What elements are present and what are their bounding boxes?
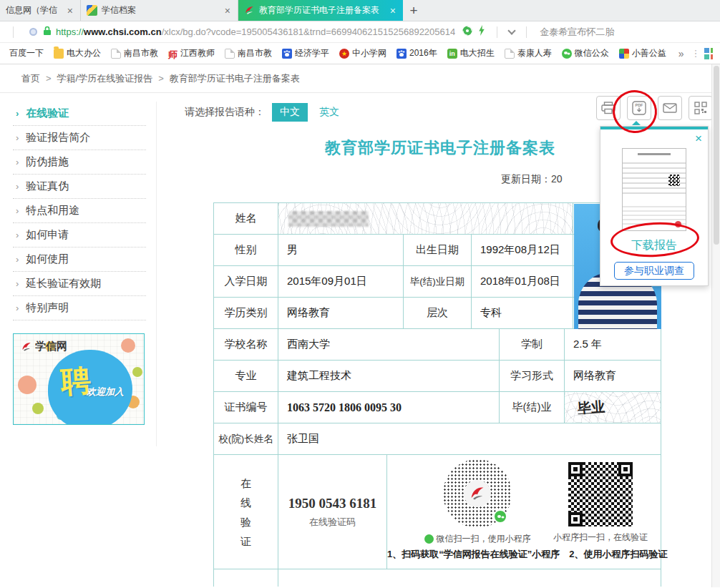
table-row-cert-gradstatus: 证书编号 1063 5720 1806 0095 30 毕(结)业 毕业 [214, 392, 661, 423]
sidebar-item-label: 防伪措施 [26, 155, 69, 169]
sidebar-item-anti-fake[interactable]: ›防伪措施 [13, 150, 146, 175]
charity-icon [619, 49, 629, 59]
tab-2[interactable]: 学信档案 × [81, 0, 238, 21]
print-button[interactable] [596, 96, 621, 120]
sidebar-item-online-verify[interactable]: ›在线验证 [13, 102, 146, 126]
hot-search-suggestion[interactable]: 金泰希宣布怀二胎 [540, 26, 614, 39]
breadcrumb-reports[interactable]: 学籍/学历在线验证报告 [57, 72, 153, 85]
sidebar-item-extend-validity[interactable]: ›延长验证有效期 [13, 272, 146, 296]
email-button[interactable] [658, 96, 682, 120]
banner-dot [132, 367, 142, 377]
close-icon[interactable]: × [223, 5, 232, 16]
field-label: 专业 [214, 361, 278, 391]
field-label: 校(院)长姓名 [214, 423, 278, 454]
banner-brand: 学信网 [21, 340, 67, 353]
close-icon[interactable]: × [389, 5, 397, 16]
field-label: 毕(结)业日期 [404, 266, 472, 297]
bookmark-jxjs[interactable]: 师江西教师 [163, 47, 220, 59]
page-icon [111, 49, 121, 59]
verify-code-cell: 1950 0543 6181 在线验证码 [278, 455, 387, 569]
field-label: 证书编号 [214, 392, 278, 423]
page-icon [505, 49, 515, 59]
bookmark-xsgy[interactable]: 小善公益 [614, 47, 671, 59]
site-info-icon[interactable] [29, 28, 37, 36]
chevron-right-icon: › [16, 132, 19, 143]
field-label: 出生日期 [404, 235, 472, 265]
qr-zone: 微信扫一扫，使用小程序 小程序扫一扫，在线验证 1、扫码获取“学信 [387, 455, 661, 569]
bookmarks-overflow-chevron[interactable]: » [674, 48, 689, 59]
tab-title: 学信档案 [102, 4, 219, 16]
bookmark-jjxp[interactable]: 经济学平 [277, 47, 334, 59]
field-label: 性别 [214, 235, 278, 265]
chevron-right-icon: › [16, 303, 19, 313]
sidebar-item-how-apply[interactable]: ›如何申请 [13, 223, 146, 248]
sidebar-item-features[interactable]: ›特点和用途 [13, 199, 146, 223]
sidebar-item-how-use[interactable]: ›如何使用 [13, 248, 146, 272]
field-label: 学制 [500, 329, 565, 360]
teacher-icon: 师 [168, 49, 177, 59]
lightning-icon[interactable] [478, 25, 485, 39]
main-content: 请选择报告语种： 中文 英文 PDF 教育部学历证书电子注册备案表 更新日期：2… [172, 93, 720, 587]
bookmark-label: 电大招生 [460, 47, 495, 59]
sidebar-item-special-note[interactable]: ›特别声明 [13, 296, 146, 320]
tab-bar: 信息网（学信 × 学信档案 × 教育部学历证书电子注册备案表 × + [0, 0, 720, 21]
field-value: 2.5 年 [565, 329, 661, 360]
sidebar-item-label: 验证真伪 [26, 180, 69, 193]
bookmark-ddbg[interactable]: 电大办公 [49, 47, 106, 59]
recruit-banner[interactable]: 聘 欢迎加入 学信网 [13, 333, 145, 425]
lock-icon [43, 26, 52, 39]
bookmark-zxxw[interactable]: ★中小学网 [334, 47, 391, 59]
divider [526, 26, 527, 38]
url-path: /xlcx/bg.do?vcode=195005436181&trnd=6699… [162, 26, 456, 37]
report-table: 姓名 性别 男 出生日期 1992年08月12日 入学日期 2015年09月01… [213, 202, 661, 587]
verification-steps: 1、扫码获取“学信网报告在线验证”小程序 2、使用小程序扫码验证 [387, 548, 661, 561]
lang-zh-button[interactable]: 中文 [272, 103, 308, 122]
tab-3-active[interactable]: 教育部学历证书电子注册备案表 × [238, 0, 403, 21]
new-tab-button[interactable]: + [403, 0, 424, 21]
career-survey-button[interactable]: 参与职业调查 [614, 262, 694, 280]
field-value: 专科 [472, 298, 573, 328]
page-icon [225, 49, 235, 59]
banner-dot [121, 338, 135, 353]
banner-dot [32, 403, 44, 414]
field-value-cert-no: 1063 5720 1806 0095 30 [278, 392, 500, 423]
sidebar-item-report-intro[interactable]: ›验证报告简介 [13, 126, 146, 150]
wechat-mini-icon [424, 534, 434, 544]
qr-position-marker [568, 462, 583, 476]
qrcode-button[interactable] [689, 96, 713, 120]
field-label: 姓名 [214, 203, 278, 234]
breadcrumb-home[interactable]: 首页 [21, 72, 40, 85]
download-report-link[interactable]: 下载报告 [600, 238, 708, 253]
bookmark-baidu[interactable]: 百度一下 [4, 47, 49, 59]
tab-1[interactable]: 信息网（学信 × [0, 0, 81, 21]
sidebar-item-verify-auth[interactable]: ›验证真伪 [13, 175, 146, 199]
lang-en-link[interactable]: 英文 [319, 106, 339, 119]
bookmark-ddzs[interactable]: in电大招生 [442, 47, 500, 59]
chevron-right-icon: › [16, 278, 19, 289]
scrollbar-thumb[interactable] [714, 66, 719, 245]
close-icon[interactable]: × [66, 5, 74, 16]
bookmark-tkrs[interactable]: 泰康人寿 [500, 47, 557, 59]
apps-grid-icon[interactable] [704, 48, 714, 59]
miniprogram-qr-caption: 小程序扫一扫，在线验证 [550, 531, 651, 544]
popup-arrow [632, 121, 641, 125]
scrollbar[interactable] [711, 64, 720, 587]
chevron-right-icon: › [16, 254, 19, 265]
url-host: www.chsi.com.cn [84, 26, 162, 37]
url-field[interactable]: https://www.chsi.com.cn/xlcx/bg.do?vcode… [56, 26, 455, 37]
refresh-shutter-icon[interactable] [462, 26, 472, 39]
close-icon[interactable]: × [695, 132, 702, 144]
paw-icon [397, 49, 407, 59]
bookmark-2016[interactable]: 2016年 [391, 47, 442, 59]
bookmark-label: 经济学平 [295, 47, 329, 59]
chevron-right-icon: › [16, 157, 19, 167]
field-value: 西南大学 [278, 329, 500, 360]
bookmark-wxgz[interactable]: 微信公众 [557, 47, 614, 59]
sidebar-item-label: 如何申请 [26, 228, 69, 242]
chevron-down-icon[interactable] [508, 26, 516, 34]
overflow-dots-icon[interactable]: ⋮ [689, 48, 704, 59]
bookmark-ncsj-2[interactable]: 南昌市教 [220, 47, 277, 59]
bookmark-ncsj-1[interactable]: 南昌市教 [106, 47, 163, 59]
pdf-download-button[interactable]: PDF [627, 96, 651, 120]
field-value: 网络教育 [278, 298, 404, 328]
